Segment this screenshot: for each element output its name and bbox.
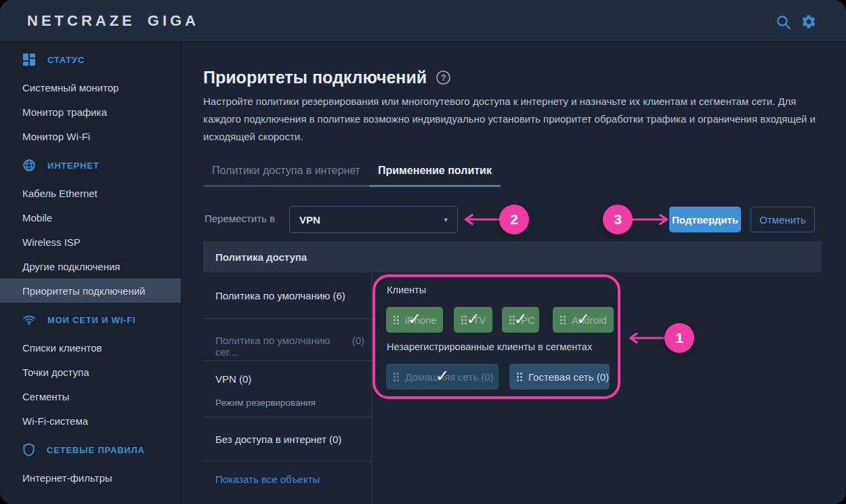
sidebar-item-wifi-monitor[interactable]: Монитор Wi-Fi: [0, 124, 181, 148]
gear-icon[interactable]: [801, 14, 817, 30]
table-header-label: Политика доступа: [215, 251, 307, 263]
tab-access-policies[interactable]: Политики доступа в интернет: [203, 165, 369, 187]
row-name: Политика по умолчанию сег...: [215, 335, 352, 358]
sidebar-item-label: Монитор трафика: [22, 106, 107, 118]
sidebar-item-label: Точки доступа: [22, 366, 89, 378]
check-icon: ✓: [502, 305, 539, 333]
row-divider: [203, 417, 372, 417]
check-icon: ✓: [386, 305, 443, 333]
sidebar-item-other-connections[interactable]: Другие подключения: [0, 254, 181, 278]
check-icon: ✓: [386, 362, 499, 390]
annotation-arrow-2: [463, 214, 501, 225]
sidebar-item-label: Монитор Wi-Fi: [22, 131, 90, 142]
row-count: (0): [352, 335, 364, 358]
table-row-no-internet[interactable]: Без доступа в интернет (0): [215, 434, 341, 445]
sidebar-item-label: Mobile: [22, 212, 52, 224]
table-row-vpn[interactable]: VPN (0): [215, 373, 251, 385]
client-chip-tv[interactable]: TV ✓: [454, 307, 492, 333]
sidebar-item-label: Сегменты: [22, 391, 69, 402]
sidebar-item-segments[interactable]: Сегменты: [0, 384, 181, 408]
table-row-default-segment-policy[interactable]: Политика по умолчанию сег... (0): [215, 335, 364, 358]
tab-policy-application[interactable]: Применение политик: [369, 165, 501, 187]
annotation-badge-1: 1: [664, 323, 694, 353]
sidebar-item-wifi-system[interactable]: Wi-Fi-система: [0, 408, 181, 433]
check-icon: ✓: [553, 305, 614, 333]
sidebar-item-label: Wireless ISP: [22, 236, 81, 248]
chevron-down-icon: ▾: [444, 215, 448, 224]
dashboard-icon: [22, 53, 36, 66]
sidebar-item-label: Приоритеты подключений: [22, 285, 145, 297]
annotation-arrow-1: [628, 333, 667, 343]
sidebar-item-access-points[interactable]: Точки доступа: [0, 360, 181, 384]
row-subtitle: Режим резервирования: [215, 398, 316, 408]
sidebar-item-client-lists[interactable]: Списки клиентов: [0, 335, 181, 360]
clients-label: Клиенты: [387, 285, 426, 295]
row-divider: [203, 318, 372, 319]
sidebar-item-wireless-isp[interactable]: Wireless ISP: [0, 230, 181, 254]
shield-icon: [22, 443, 35, 457]
page-title: Приоритеты подключений ?: [203, 68, 450, 87]
cancel-button[interactable]: Отменить: [750, 207, 815, 232]
sidebar-item-label: Системный монитор: [22, 82, 119, 93]
annotation-arrow-3: [631, 214, 669, 225]
tab-bar: Политики доступа в интернет Применение п…: [203, 165, 501, 187]
client-chip-android[interactable]: Android ✓: [553, 307, 614, 333]
sidebar-item-label: Интернет-фильтры: [22, 472, 112, 484]
annotation-badge-2: 2: [499, 205, 529, 234]
sidebar-item-ethernet[interactable]: Кабель Ethernet: [0, 181, 181, 205]
table-row-default-policy[interactable]: Политика по умолчанию (6): [215, 290, 345, 301]
sidebar: СТАТУС Системный монитор Монитор трафика…: [0, 42, 182, 504]
sidebar-item-internet-filters[interactable]: Интернет-фильтры: [0, 465, 181, 490]
sidebar-section-network-rules: СЕТЕВЫЕ ПРАВИЛА: [0, 440, 181, 459]
annotation-badge-3: 3: [603, 205, 633, 234]
unregistered-clients-label: Незарегистрированные клиенты в сегментах: [387, 341, 592, 352]
sidebar-section-label: СТАТУС: [47, 55, 85, 65]
sidebar-item-label: Другие подключения: [22, 261, 120, 272]
segment-chip-home-network[interactable]: Домашняя сеть (0) ✓: [386, 364, 499, 390]
logo-secondary: GIGA: [148, 12, 199, 30]
sidebar-section-internet: ИНТЕРНЕТ: [0, 156, 181, 175]
check-icon: ✓: [454, 305, 492, 333]
wifi-icon: [22, 313, 36, 327]
sidebar-item-connection-priorities[interactable]: Приоритеты подключений: [0, 278, 181, 303]
client-chip-pc[interactable]: PC ✓: [502, 307, 539, 333]
column-divider: [371, 272, 372, 504]
sidebar-item-traffic-monitor[interactable]: Монитор трафика: [0, 100, 181, 124]
brand-logo: NETCRAZE GIGA: [27, 0, 199, 42]
segment-chip-guest-network[interactable]: Гостевая сеть (0): [509, 364, 610, 390]
app-window: NETCRAZE GIGA СТАТУС Системный монитор М…: [0, 0, 846, 504]
row-divider: [203, 360, 372, 361]
drag-handle-icon[interactable]: [516, 372, 522, 381]
sidebar-item-label: Wi-Fi-система: [22, 415, 88, 427]
sidebar-item-label: Кабель Ethernet: [22, 188, 98, 199]
sidebar-item-label: Списки клиентов: [22, 342, 102, 354]
chip-label: Гостевая сеть (0): [528, 371, 609, 383]
help-icon[interactable]: ?: [436, 70, 450, 85]
page-title-text: Приоритеты подключений: [203, 68, 427, 87]
globe-icon: [22, 159, 36, 172]
page-description: Настройте политики резервирования или мн…: [203, 93, 822, 146]
sidebar-item-system-monitor[interactable]: Системный монитор: [0, 75, 181, 100]
move-to-label: Переместить в: [205, 213, 275, 224]
clients-drop-panel-highlight: Клиенты iPhone ✓ TV ✓ PC ✓ Android ✓ Нез…: [373, 274, 620, 399]
sidebar-section-label: МОИ СЕТИ И WI-FI: [47, 315, 135, 325]
sidebar-section-my-networks: МОИ СЕТИ И WI-FI: [0, 310, 181, 329]
logo-primary: NETCRAZE: [27, 12, 135, 30]
search-icon[interactable]: [776, 14, 792, 30]
sidebar-section-label: СЕТЕВЫЕ ПРАВИЛА: [47, 445, 145, 455]
row-divider: [203, 461, 372, 461]
confirm-button[interactable]: Подтвердить: [669, 207, 741, 232]
top-bar: NETCRAZE GIGA: [0, 0, 846, 42]
show-all-objects-link[interactable]: Показать все объекты: [215, 474, 320, 485]
select-value: VPN: [299, 214, 320, 226]
table-header: Политика доступа: [203, 241, 822, 272]
sidebar-item-mobile[interactable]: Mobile: [0, 205, 181, 230]
move-to-select[interactable]: VPN ▾: [289, 206, 458, 233]
sidebar-section-label: ИНТЕРНЕТ: [47, 161, 99, 171]
sidebar-section-status: СТАТУС: [0, 50, 181, 69]
client-chip-iphone[interactable]: iPhone ✓: [386, 307, 443, 333]
